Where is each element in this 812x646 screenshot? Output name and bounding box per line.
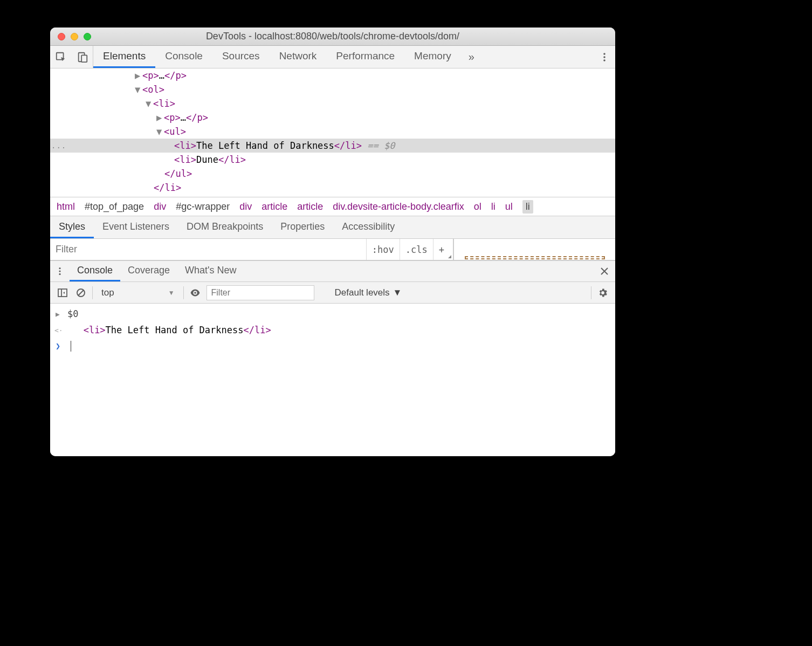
tab-styles[interactable]: Styles [50, 216, 94, 238]
dom-node[interactable]: ▼ <li> [50, 97, 615, 111]
breadcrumb-item[interactable]: div.devsite-article-body.clearfix [333, 201, 464, 212]
devtools-window: DevTools - localhost:8080/web/tools/chro… [50, 28, 615, 456]
clear-console-icon[interactable] [74, 286, 88, 300]
console-output[interactable]: ▶$0<·<li>The Left Hand of Darkness</li>❯ [50, 304, 615, 456]
svg-point-11 [194, 292, 196, 294]
dom-node[interactable]: </li> [50, 181, 615, 195]
minimize-window-button[interactable] [71, 33, 78, 40]
drawer-tab-coverage[interactable]: Coverage [120, 261, 177, 281]
console-settings-icon[interactable] [596, 286, 610, 300]
execution-context-select[interactable]: top ▼ [97, 286, 179, 299]
main-tab-bar: ElementsConsoleSourcesNetworkPerformance… [50, 46, 615, 68]
styles-toolbar: :hov .cls + [50, 239, 615, 260]
drawer-tab-bar: ConsoleCoverageWhat's New [50, 260, 615, 282]
dom-node[interactable]: </ul> [50, 167, 615, 181]
tab-properties[interactable]: Properties [272, 216, 333, 238]
more-tabs-icon[interactable]: » [461, 46, 483, 68]
dropdown-caret-icon: ▼ [393, 287, 402, 298]
dom-breadcrumbs: html#top_of_pagediv#gc-wrapperdivarticle… [50, 197, 615, 216]
console-toolbar: top ▼ Default levels ▼ [50, 282, 615, 304]
svg-point-6 [59, 267, 60, 269]
breadcrumb-item[interactable]: #gc-wrapper [176, 201, 230, 212]
close-window-button[interactable] [58, 33, 65, 40]
breadcrumb-item[interactable]: article [262, 201, 287, 212]
breadcrumb-item[interactable]: div [239, 201, 252, 212]
dom-node[interactable]: ▶ <p>…</p> [50, 111, 615, 125]
box-model-preview [453, 239, 615, 260]
breadcrumb-item[interactable]: li [522, 200, 533, 214]
console-sidebar-toggle-icon[interactable] [56, 286, 70, 300]
window-titlebar: DevTools - localhost:8080/web/tools/chro… [50, 28, 615, 46]
drawer-menu-icon[interactable] [50, 261, 70, 281]
tab-dom-breakpoints[interactable]: DOM Breakpoints [178, 216, 272, 238]
tab-performance[interactable]: Performance [326, 46, 404, 68]
toggle-class-button[interactable]: .cls [400, 239, 433, 260]
dom-node[interactable]: <li>Dune</li> [50, 153, 615, 167]
device-toolbar-icon[interactable] [72, 46, 93, 68]
breadcrumb-item[interactable]: ul [505, 201, 513, 212]
tab-console[interactable]: Console [155, 46, 212, 68]
console-line[interactable]: ❯ [50, 338, 615, 354]
svg-point-4 [603, 56, 605, 58]
tab-sources[interactable]: Sources [212, 46, 270, 68]
drawer-tab-console[interactable]: Console [70, 261, 120, 281]
tab-memory[interactable]: Memory [404, 46, 461, 68]
elements-dom-tree[interactable]: ▶ <p>…</p>▼ <ol>▼ <li>▶ <p>…</p>▼ <ul><l… [50, 68, 615, 197]
svg-point-8 [59, 273, 60, 275]
dom-node[interactable]: ▶ <p>…</p> [50, 68, 615, 83]
styles-filter-input[interactable] [50, 239, 366, 260]
tab-network[interactable]: Network [270, 46, 327, 68]
toggle-hover-button[interactable]: :hov [366, 239, 400, 260]
tab-elements[interactable]: Elements [93, 46, 155, 68]
tab-event-listeners[interactable]: Event Listeners [94, 216, 178, 238]
styles-tab-bar: StylesEvent ListenersDOM BreakpointsProp… [50, 216, 615, 239]
traffic-lights [50, 33, 91, 40]
new-style-rule-button[interactable]: + [433, 239, 453, 260]
svg-point-7 [59, 270, 60, 272]
console-line[interactable]: ▶$0 [50, 306, 615, 322]
log-levels-label: Default levels [335, 287, 390, 298]
tab-accessibility[interactable]: Accessibility [333, 216, 403, 238]
settings-kebab-icon[interactable] [594, 46, 615, 68]
breadcrumb-item[interactable]: div [154, 201, 166, 212]
drawer-tab-what-s-new[interactable]: What's New [177, 261, 244, 281]
dropdown-caret-icon: ▼ [168, 289, 175, 297]
dom-node[interactable]: <li>The Left Hand of Darkness</li> == $0 [50, 139, 615, 153]
svg-rect-2 [81, 55, 87, 62]
breadcrumb-item[interactable]: #top_of_page [85, 201, 144, 212]
breadcrumb-item[interactable]: html [57, 201, 75, 212]
console-filter-input[interactable] [207, 285, 314, 300]
svg-rect-9 [58, 289, 67, 297]
inspect-element-icon[interactable] [50, 46, 72, 68]
window-title: DevTools - localhost:8080/web/tools/chro… [50, 31, 615, 42]
svg-point-5 [603, 59, 605, 61]
close-drawer-icon[interactable] [594, 261, 615, 281]
breadcrumb-item[interactable]: article [297, 201, 323, 212]
breadcrumb-item[interactable]: li [491, 201, 496, 212]
live-expression-icon[interactable] [188, 286, 202, 300]
maximize-window-button[interactable] [84, 33, 91, 40]
console-line[interactable]: <·<li>The Left Hand of Darkness</li> [50, 322, 615, 338]
execution-context-label: top [101, 287, 114, 298]
breadcrumb-item[interactable]: ol [474, 201, 481, 212]
dom-node[interactable]: ▼ <ul> [50, 125, 615, 139]
svg-point-3 [603, 53, 605, 55]
dom-node[interactable]: ▼ <ol> [50, 83, 615, 97]
log-levels-select[interactable]: Default levels ▼ [335, 287, 402, 298]
